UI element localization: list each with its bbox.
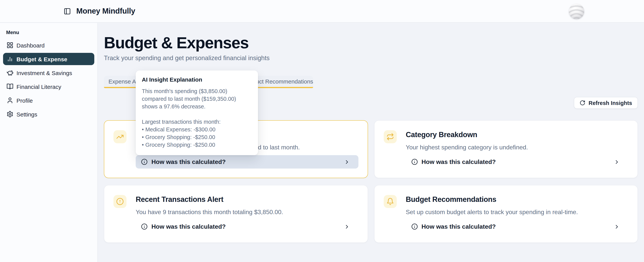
sidebar-item-label: Financial Literacy [16, 83, 61, 90]
alert-circle-icon [114, 195, 126, 208]
card-title: Category Breakdown [406, 130, 628, 139]
tooltip-list-item: • Medical Expenses: -$300.00 [142, 126, 252, 133]
how-calculated-label: How was this calculated? [422, 223, 496, 230]
tooltip-list-heading: Largest transactions this month: [142, 118, 252, 126]
sidebar-item-label: Settings [16, 111, 37, 117]
sidebar-item-dashboard[interactable]: Dashboard [3, 39, 94, 51]
sidebar-item-profile[interactable]: Profile [3, 94, 94, 106]
chevron-right-icon [344, 159, 353, 165]
chevron-right-icon [344, 224, 353, 230]
sidebar-nav: Dashboard Budget & Expense Investment & … [0, 39, 97, 120]
category-breakdown-card: Category Breakdown Your highest spending… [374, 120, 638, 178]
how-calculated-link[interactable]: How was this calculated? [136, 220, 358, 233]
refresh-icon [580, 100, 586, 106]
sidebar: Menu Dashboard Budget & Expense Investme… [0, 23, 98, 262]
refresh-insights-label: Refresh Insights [588, 100, 632, 106]
how-calculated-label: How was this calculated? [422, 158, 496, 165]
sidebar-item-label: Investment & Savings [16, 69, 72, 76]
app-header: Money Mindfully [0, 0, 644, 22]
app-title: Money Mindfully [76, 7, 135, 15]
card-subtitle: You have 9 transactions this month total… [136, 208, 358, 216]
piggy-bank-icon [6, 69, 14, 76]
sidebar-item-financial-literacy[interactable]: Financial Literacy [3, 80, 94, 93]
card-title: Recent Transactions Alert [136, 195, 358, 204]
ai-insight-tooltip: AI Insight Explanation This month's spen… [136, 70, 258, 155]
tooltip-list-item: • Grocery Shopping: -$250.00 [142, 141, 252, 149]
info-icon [141, 159, 148, 165]
sidebar-item-investment-savings[interactable]: Investment & Savings [3, 67, 94, 79]
chevron-right-icon [614, 224, 623, 230]
budget-recommendations-card: Budget Recommendations Set up custom bud… [374, 185, 638, 243]
sidebar-menu-label: Menu [6, 29, 97, 35]
sidebar-item-budget-expense[interactable]: Budget & Expense [3, 53, 94, 65]
card-subtitle: Your highest spending category is undefi… [406, 143, 628, 152]
info-icon [411, 223, 418, 230]
app-window: Money Mindfully Menu Dashboard Budget & … [0, 0, 644, 262]
book-open-icon [6, 83, 14, 90]
sidebar-item-settings[interactable]: Settings [3, 108, 94, 120]
user-icon [6, 97, 14, 104]
avatar[interactable] [569, 4, 584, 19]
card-subtitle: Set up custom budget alerts to track you… [406, 208, 628, 216]
page-title: Budget & Expenses [104, 34, 638, 51]
how-calculated-label: How was this calculated? [152, 223, 226, 230]
sidebar-toggle-button[interactable] [64, 8, 71, 15]
info-icon [141, 223, 148, 230]
gear-icon [6, 111, 14, 118]
page-subtitle: Track your spending and get personalized… [104, 54, 638, 62]
recent-transactions-card: Recent Transactions Alert You have 9 tra… [104, 185, 368, 243]
how-calculated-link[interactable]: How was this calculated? [136, 155, 358, 169]
info-icon [411, 159, 418, 165]
refresh-insights-button[interactable]: Refresh Insights [574, 97, 638, 109]
how-calculated-link[interactable]: How was this calculated? [406, 220, 628, 233]
sidebar-item-label: Budget & Expense [16, 56, 67, 62]
chevron-right-icon [614, 159, 623, 165]
repeat-icon [384, 130, 396, 143]
how-calculated-link[interactable]: How was this calculated? [406, 155, 628, 169]
sidebar-item-label: Profile [16, 97, 33, 104]
tooltip-body: This month's spending ($3,850.00) compar… [142, 87, 252, 110]
trending-up-icon [114, 130, 126, 143]
bell-icon [384, 195, 396, 208]
sidebar-item-label: Dashboard [16, 42, 45, 48]
tooltip-title: AI Insight Explanation [142, 76, 252, 83]
how-calculated-label: How was this calculated? [152, 158, 226, 165]
tooltip-list-item: • Grocery Shopping: -$250.00 [142, 133, 252, 141]
dashboard-icon [6, 42, 14, 49]
card-title: Budget Recommendations [406, 195, 628, 204]
bar-chart-icon [6, 55, 14, 62]
